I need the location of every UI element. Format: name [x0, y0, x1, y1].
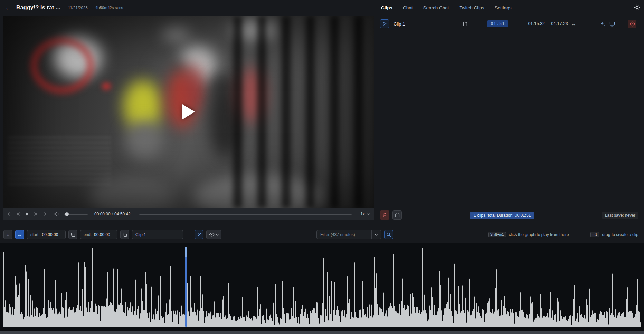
- expand-range-icon[interactable]: ↔: [571, 21, 576, 27]
- add-clip-button[interactable]: +: [3, 230, 12, 239]
- step-back-icon[interactable]: [7, 212, 11, 216]
- copy-end-button[interactable]: [120, 230, 129, 239]
- bottom-scrollbar[interactable]: [0, 331, 644, 334]
- speed-value: 1x: [360, 212, 365, 216]
- chevron-down-icon: [216, 234, 219, 236]
- play-icon: [382, 22, 387, 26]
- tab-search-chat[interactable]: Search Chat: [423, 5, 449, 10]
- chat-activity-graph-section: [0, 243, 644, 331]
- save-schedule-button[interactable]: [392, 210, 402, 220]
- clip-list-row: Clip 1 01:51 01:15:32 - 01:17:23 ↔ —: [380, 18, 641, 30]
- video-player[interactable]: [3, 16, 374, 208]
- tab-settings[interactable]: Settings: [495, 5, 512, 10]
- range-separator: -: [547, 21, 549, 26]
- hint-divider: [573, 235, 586, 235]
- playback-time: 00:00:00/04:50:42: [94, 212, 131, 216]
- header: ← Raggy!? is rat ... 11/21/2023 4h50m42s…: [0, 0, 644, 15]
- panel-tabs: Clips Chat Search Chat Twitch Clips Sett…: [381, 0, 511, 15]
- end-time-input[interactable]: [94, 232, 114, 237]
- clip-name-group: [132, 230, 183, 239]
- copy-start-button[interactable]: [68, 230, 77, 239]
- last-save-status: Last save: never: [602, 212, 638, 219]
- vod-date: 11/21/2023: [68, 6, 88, 10]
- start-label: start:: [30, 232, 40, 237]
- back-icon[interactable]: ←: [5, 4, 11, 11]
- magic-wand-icon: [197, 232, 202, 237]
- skip-back-icon[interactable]: [16, 212, 20, 216]
- start-time-group: start:: [27, 230, 66, 239]
- time-current: 00:00:00: [94, 212, 111, 216]
- volume-knob[interactable]: [65, 212, 69, 216]
- fit-range-button[interactable]: ↔: [15, 230, 24, 239]
- clip-time-range: 01:15:32 - 01:17:23: [528, 21, 568, 26]
- clip-play-button[interactable]: [380, 19, 389, 28]
- emote-filter-group: [316, 230, 381, 239]
- file-icon[interactable]: [463, 21, 467, 27]
- clip-editor-app: ← Raggy!? is rat ... 11/21/2023 4h50m42s…: [0, 0, 644, 334]
- clip-start-time[interactable]: 01:15:32: [528, 21, 545, 26]
- clip-name[interactable]: Clip 1: [394, 21, 405, 27]
- download-icon[interactable]: [599, 21, 605, 27]
- visibility-dropdown[interactable]: [206, 230, 221, 239]
- end-label: end:: [84, 232, 92, 237]
- actions-dash: —: [619, 21, 624, 26]
- video-controls: 00:00:00/04:50:42 1x: [3, 208, 374, 220]
- big-play-button[interactable]: [182, 104, 195, 119]
- time-separator: /: [111, 212, 114, 216]
- mute-icon[interactable]: [54, 212, 60, 216]
- eye-icon: [209, 233, 215, 237]
- hint-drag-create: drag to create a clip: [602, 232, 638, 237]
- playback-speed-select[interactable]: 1x: [360, 212, 370, 216]
- filter-dropdown-toggle[interactable]: [371, 230, 381, 239]
- skip-forward-icon[interactable]: [34, 212, 38, 216]
- auto-clip-button[interactable]: [195, 230, 203, 239]
- clip-duration-badge: 01:51: [487, 20, 508, 27]
- tab-twitch-clips[interactable]: Twitch Clips: [460, 5, 484, 10]
- circle-x-icon: [630, 21, 635, 27]
- emote-filter-input[interactable]: [317, 232, 371, 237]
- tab-clips[interactable]: Clips: [381, 5, 392, 10]
- hint-play-from-there: click the graph to play from there: [509, 232, 569, 237]
- chevron-down-icon: [375, 234, 378, 236]
- toolbar-dash: —: [186, 232, 192, 237]
- kbd-shift-m1: Shift+m1: [488, 232, 506, 237]
- copy-icon: [122, 232, 127, 237]
- clip-row-actions: —: [599, 20, 636, 28]
- vod-length: 4h50m42s secs: [95, 6, 123, 10]
- monitor-icon[interactable]: [609, 21, 615, 27]
- vod-title: Raggy!? is rat ...: [16, 4, 60, 11]
- clip-toolbar: + ↔ start: end: —: [3, 229, 641, 240]
- play-icon[interactable]: [25, 212, 29, 216]
- graph-hints: Shift+m1 click the graph to play from th…: [488, 232, 638, 237]
- time-total: 04:50:42: [114, 212, 131, 216]
- waveform-canvas[interactable]: [3, 247, 641, 327]
- volume-slider[interactable]: [64, 214, 88, 215]
- start-time-input[interactable]: [42, 232, 62, 237]
- clip-name-input[interactable]: [135, 232, 180, 237]
- clips-summary-badge: 1 clips, total Duration: 00:01:51: [470, 212, 534, 219]
- theme-toggle-sun-icon[interactable]: [634, 4, 640, 10]
- search-icon: [386, 232, 391, 237]
- tab-chat[interactable]: Chat: [403, 5, 413, 10]
- copy-icon: [70, 232, 75, 237]
- clips-panel-footer: 1 clips, total Duration: 00:01:51 Last s…: [380, 210, 641, 222]
- kbd-m1: m1: [590, 232, 599, 237]
- delete-all-clips-button[interactable]: [380, 210, 389, 220]
- chevron-down-icon: [367, 213, 370, 215]
- trash-icon: [382, 213, 387, 218]
- clip-end-time[interactable]: 01:17:23: [551, 21, 568, 26]
- calendar-icon: [395, 213, 400, 218]
- delete-clip-button[interactable]: [628, 20, 636, 28]
- seek-bar[interactable]: [139, 214, 352, 215]
- step-forward-icon[interactable]: [43, 212, 47, 216]
- end-time-group: end:: [80, 230, 117, 239]
- waveform-playhead[interactable]: [185, 247, 187, 327]
- chat-activity-graph[interactable]: [3, 247, 641, 327]
- search-button[interactable]: [384, 230, 393, 239]
